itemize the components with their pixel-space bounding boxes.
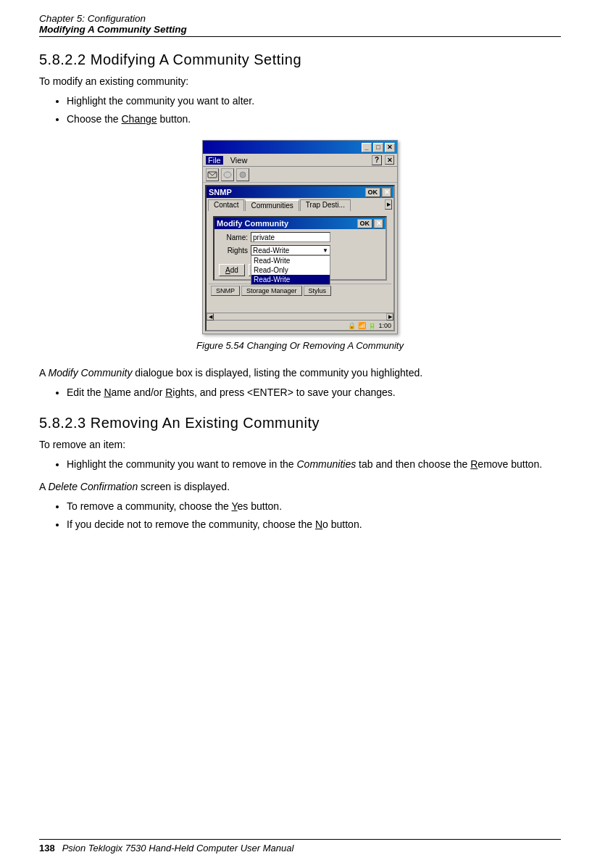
- bullet-list-58222: Highlight the community you want to alte…: [67, 94, 561, 127]
- tab-trap-dest[interactable]: Trap Desti...: [300, 199, 351, 211]
- dropdown-arrow-icon: ▼: [322, 247, 328, 254]
- figure-container: _ □ ✕ File View ? ✕: [39, 140, 561, 361]
- intro-text-58223: To remove an item:: [39, 437, 561, 452]
- tab-scroll-right[interactable]: ▶: [385, 199, 392, 210]
- delete-confirmation-ref: Delete Confirmation: [48, 481, 138, 492]
- rights-label: Rights: [219, 247, 248, 255]
- close-menu-button[interactable]: ✕: [385, 155, 394, 165]
- dropdown-option-readwrite1[interactable]: Read-Write: [251, 256, 330, 265]
- modify-titlebar: Modify Community OK ✕: [214, 218, 386, 229]
- page-number: 138: [39, 843, 55, 853]
- menu-file[interactable]: File: [206, 156, 223, 165]
- tab-bar: Contact Communities Trap Desti... ▶: [207, 198, 393, 211]
- name-input[interactable]: [251, 232, 330, 242]
- window-toolbar: [203, 167, 397, 183]
- toolbar-icon-3[interactable]: [236, 168, 249, 181]
- name-row: Name:: [219, 232, 381, 242]
- tab-contact[interactable]: Contact: [208, 199, 244, 211]
- snmp-title: SNMP: [209, 188, 232, 197]
- page-footer: 138 Psion Teklogix 7530 Hand-Held Comput…: [39, 839, 561, 853]
- list-item: Edit the Name and/or Rights, and press <…: [67, 385, 561, 400]
- snmp-titlebar: SNMP OK ✕: [207, 186, 393, 198]
- after-figure-bullets: Edit the Name and/or Rights, and press <…: [67, 385, 561, 400]
- rights-row: Rights Read-Write ▼ Read-Write Read-Only: [219, 245, 381, 255]
- taskbar-storage[interactable]: Storage Manager: [241, 286, 302, 296]
- status-icon-3: 🔋: [368, 322, 376, 329]
- close-button[interactable]: ✕: [385, 143, 395, 152]
- header-title: Modifying A Community Setting: [39, 24, 561, 35]
- snmp-close-button[interactable]: ✕: [382, 188, 391, 197]
- list-item: Choose the Change button.: [67, 112, 561, 127]
- snmp-content: Modify Community OK ✕ Name:: [207, 211, 393, 313]
- horizontal-scrollbar: ◀ ▶: [207, 313, 393, 320]
- bullet-list-58223-2: To remove a community, choose the Yes bu…: [67, 499, 561, 532]
- chapter-label: Chapter 5: Configuration: [39, 13, 561, 24]
- minimize-button[interactable]: _: [362, 143, 372, 152]
- svg-point-1: [224, 172, 231, 178]
- scroll-right-button[interactable]: ▶: [386, 313, 393, 321]
- modify-title: Modify Community: [217, 219, 288, 228]
- window-menubar: File View ? ✕: [203, 154, 397, 167]
- snmp-panel: SNMP OK ✕ Contact Communities Trap Desti…: [205, 185, 395, 331]
- maximize-button[interactable]: □: [373, 143, 383, 152]
- toolbar-icon-2[interactable]: [221, 168, 234, 181]
- snmp-titlebar-buttons: OK ✕: [365, 188, 392, 197]
- list-item: If you decide not to remove the communit…: [67, 517, 561, 532]
- titlebar-buttons: _ □ ✕: [362, 143, 395, 152]
- dropdown-value: Read-Write: [253, 247, 289, 255]
- add-button[interactable]: Add: [219, 264, 245, 276]
- list-item: Highlight the community you want to remo…: [67, 457, 561, 472]
- screenshot-window: _ □ ✕ File View ? ✕: [202, 140, 398, 334]
- bullet-list-58223: Highlight the community you want to remo…: [67, 457, 561, 472]
- section-heading-58222: 5.8.2.2 Modifying A Community Setting: [39, 51, 561, 68]
- list-item: To remove a community, choose the Yes bu…: [67, 499, 561, 514]
- taskbar-snmp[interactable]: SNMP: [211, 286, 240, 296]
- help-button[interactable]: ?: [372, 155, 382, 165]
- status-bar: 🔒 📶 🔋 1:00: [207, 320, 393, 330]
- modify-community-dialog: Modify Community OK ✕ Name:: [213, 216, 387, 281]
- section-heading-58223: 5.8.2.3 Removing An Existing Community: [39, 415, 561, 431]
- modify-close-button[interactable]: ✕: [374, 219, 383, 228]
- menu-view[interactable]: View: [230, 156, 248, 165]
- taskbar-items: SNMP Storage Manager Stylus: [209, 284, 391, 297]
- menubar-icons: ? ✕: [372, 155, 394, 165]
- rights-dropdown[interactable]: Read-Write ▼ Read-Write Read-Only Read-W…: [251, 245, 330, 255]
- snmp-ok-button[interactable]: OK: [365, 188, 381, 197]
- modify-body: Name: Rights Read-Write ▼: [214, 229, 386, 261]
- window-titlebar: _ □ ✕: [203, 141, 397, 154]
- after-figure-text: A Modify Community dialogue box is displ…: [39, 365, 561, 381]
- page-header: Chapter 5: Configuration Modifying A Com…: [39, 13, 561, 37]
- dropdown-selected[interactable]: Read-Write ▼: [251, 245, 330, 255]
- tab-communities[interactable]: Communities: [245, 199, 299, 211]
- modify-community-ref: Modify Community: [48, 367, 132, 379]
- footer-text: Psion Teklogix 7530 Hand-Held Computer U…: [62, 843, 294, 853]
- dropdown-option-readonly[interactable]: Read-Only: [251, 265, 330, 275]
- communities-ref: Communities: [297, 458, 357, 470]
- figure-caption: Figure 5.54 Changing Or Removing A Commu…: [196, 340, 404, 351]
- modify-titlebar-buttons: OK ✕: [357, 219, 384, 228]
- status-time: 1:00: [378, 322, 391, 329]
- scroll-left-button[interactable]: ◀: [207, 313, 214, 321]
- delete-confirmation-text: A Delete Confirmation screen is displaye…: [39, 479, 561, 495]
- status-icon-1: 🔒: [348, 322, 356, 329]
- toolbar-icon-email[interactable]: [206, 168, 219, 181]
- dropdown-option-readwrite2[interactable]: Read-Write: [251, 275, 330, 284]
- taskbar-stylus[interactable]: Stylus: [304, 286, 332, 296]
- name-label: Name:: [219, 233, 248, 241]
- dropdown-list: Read-Write Read-Only Read-Write: [251, 255, 330, 285]
- intro-text-58222: To modify an existing community:: [39, 74, 561, 89]
- status-icon-2: 📶: [358, 322, 366, 329]
- svg-point-2: [240, 172, 246, 178]
- list-item: Highlight the community you want to alte…: [67, 94, 561, 109]
- modify-ok-button[interactable]: OK: [357, 219, 373, 228]
